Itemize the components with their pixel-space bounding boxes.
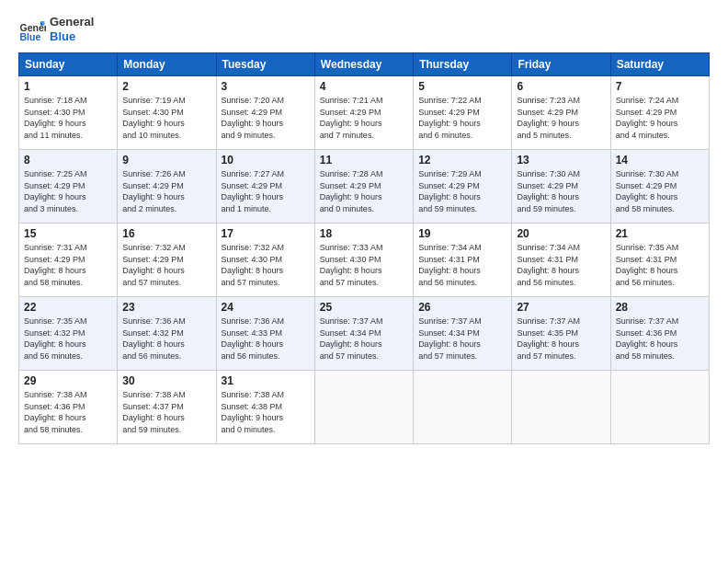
day-number: 26 bbox=[418, 301, 506, 314]
week-row-1: 1Sunrise: 7:18 AM Sunset: 4:30 PM Daylig… bbox=[19, 76, 710, 150]
day-info: Sunrise: 7:38 AM Sunset: 4:37 PM Dayligh… bbox=[122, 389, 210, 435]
day-number: 13 bbox=[517, 154, 605, 167]
day-info: Sunrise: 7:30 AM Sunset: 4:29 PM Dayligh… bbox=[517, 168, 605, 214]
day-number: 24 bbox=[222, 301, 310, 314]
day-number: 9 bbox=[122, 154, 210, 167]
day-info: Sunrise: 7:34 AM Sunset: 4:31 PM Dayligh… bbox=[517, 242, 605, 288]
calendar-cell: 22Sunrise: 7:35 AM Sunset: 4:32 PM Dayli… bbox=[19, 297, 118, 371]
day-info: Sunrise: 7:36 AM Sunset: 4:32 PM Dayligh… bbox=[122, 316, 210, 362]
logo: General Blue General Blue bbox=[18, 15, 94, 43]
calendar-page: General Blue General Blue SundayMondayTu… bbox=[0, 0, 728, 563]
day-info: Sunrise: 7:25 AM Sunset: 4:29 PM Dayligh… bbox=[24, 168, 112, 214]
day-number: 22 bbox=[24, 301, 112, 314]
day-info: Sunrise: 7:32 AM Sunset: 4:30 PM Dayligh… bbox=[222, 242, 310, 288]
day-info: Sunrise: 7:38 AM Sunset: 4:36 PM Dayligh… bbox=[24, 389, 112, 435]
calendar-body: 1Sunrise: 7:18 AM Sunset: 4:30 PM Daylig… bbox=[19, 76, 710, 444]
day-number: 10 bbox=[222, 154, 310, 167]
day-info: Sunrise: 7:29 AM Sunset: 4:29 PM Dayligh… bbox=[418, 168, 506, 214]
day-number: 15 bbox=[24, 227, 112, 240]
day-number: 17 bbox=[222, 227, 310, 240]
day-info: Sunrise: 7:35 AM Sunset: 4:32 PM Dayligh… bbox=[24, 316, 112, 362]
day-info: Sunrise: 7:21 AM Sunset: 4:29 PM Dayligh… bbox=[320, 95, 408, 141]
calendar-cell bbox=[512, 371, 610, 444]
calendar-cell: 24Sunrise: 7:36 AM Sunset: 4:33 PM Dayli… bbox=[216, 297, 314, 371]
calendar-cell: 14Sunrise: 7:30 AM Sunset: 4:29 PM Dayli… bbox=[610, 150, 709, 224]
week-row-2: 8Sunrise: 7:25 AM Sunset: 4:29 PM Daylig… bbox=[19, 150, 710, 224]
calendar-cell: 12Sunrise: 7:29 AM Sunset: 4:29 PM Dayli… bbox=[414, 150, 512, 224]
logo-general: General bbox=[50, 15, 94, 29]
calendar-cell: 21Sunrise: 7:35 AM Sunset: 4:31 PM Dayli… bbox=[610, 224, 709, 297]
day-number: 28 bbox=[616, 301, 704, 314]
day-info: Sunrise: 7:34 AM Sunset: 4:31 PM Dayligh… bbox=[418, 242, 506, 288]
calendar-cell: 8Sunrise: 7:25 AM Sunset: 4:29 PM Daylig… bbox=[19, 150, 118, 224]
week-row-3: 15Sunrise: 7:31 AM Sunset: 4:29 PM Dayli… bbox=[19, 224, 710, 297]
day-number: 29 bbox=[24, 374, 112, 387]
calendar-cell: 4Sunrise: 7:21 AM Sunset: 4:29 PM Daylig… bbox=[314, 76, 413, 150]
calendar-cell: 2Sunrise: 7:19 AM Sunset: 4:30 PM Daylig… bbox=[118, 76, 216, 150]
calendar-cell: 29Sunrise: 7:38 AM Sunset: 4:36 PM Dayli… bbox=[19, 371, 118, 444]
calendar-cell: 30Sunrise: 7:38 AM Sunset: 4:37 PM Dayli… bbox=[118, 371, 216, 444]
day-info: Sunrise: 7:33 AM Sunset: 4:30 PM Dayligh… bbox=[320, 242, 408, 288]
day-number: 14 bbox=[616, 154, 704, 167]
calendar-cell: 15Sunrise: 7:31 AM Sunset: 4:29 PM Dayli… bbox=[19, 224, 118, 297]
day-number: 8 bbox=[24, 154, 112, 167]
day-info: Sunrise: 7:37 AM Sunset: 4:34 PM Dayligh… bbox=[418, 316, 506, 362]
day-number: 6 bbox=[517, 80, 605, 93]
calendar-table: SundayMondayTuesdayWednesdayThursdayFrid… bbox=[18, 52, 710, 444]
calendar-cell bbox=[314, 371, 413, 444]
weekday-thursday: Thursday bbox=[414, 53, 512, 76]
calendar-cell: 11Sunrise: 7:28 AM Sunset: 4:29 PM Dayli… bbox=[314, 150, 413, 224]
day-info: Sunrise: 7:36 AM Sunset: 4:33 PM Dayligh… bbox=[222, 316, 310, 362]
calendar-cell: 27Sunrise: 7:37 AM Sunset: 4:35 PM Dayli… bbox=[512, 297, 610, 371]
calendar-cell: 16Sunrise: 7:32 AM Sunset: 4:29 PM Dayli… bbox=[118, 224, 216, 297]
day-info: Sunrise: 7:22 AM Sunset: 4:29 PM Dayligh… bbox=[418, 95, 506, 141]
weekday-header-row: SundayMondayTuesdayWednesdayThursdayFrid… bbox=[19, 53, 710, 76]
day-number: 2 bbox=[122, 80, 210, 93]
calendar-cell bbox=[610, 371, 709, 444]
day-number: 1 bbox=[24, 80, 112, 93]
logo-blue: Blue bbox=[50, 29, 94, 44]
day-number: 20 bbox=[517, 227, 605, 240]
day-number: 30 bbox=[122, 374, 210, 387]
calendar-cell: 10Sunrise: 7:27 AM Sunset: 4:29 PM Dayli… bbox=[216, 150, 314, 224]
week-row-5: 29Sunrise: 7:38 AM Sunset: 4:36 PM Dayli… bbox=[19, 371, 710, 444]
weekday-saturday: Saturday bbox=[610, 53, 709, 76]
day-number: 31 bbox=[222, 374, 310, 387]
calendar-cell: 7Sunrise: 7:24 AM Sunset: 4:29 PM Daylig… bbox=[610, 76, 709, 150]
weekday-wednesday: Wednesday bbox=[314, 53, 413, 76]
day-info: Sunrise: 7:37 AM Sunset: 4:35 PM Dayligh… bbox=[517, 316, 605, 362]
week-row-4: 22Sunrise: 7:35 AM Sunset: 4:32 PM Dayli… bbox=[19, 297, 710, 371]
calendar-cell: 9Sunrise: 7:26 AM Sunset: 4:29 PM Daylig… bbox=[118, 150, 216, 224]
calendar-cell: 19Sunrise: 7:34 AM Sunset: 4:31 PM Dayli… bbox=[414, 224, 512, 297]
day-info: Sunrise: 7:38 AM Sunset: 4:38 PM Dayligh… bbox=[222, 389, 310, 435]
header: General Blue General Blue bbox=[18, 15, 710, 43]
day-info: Sunrise: 7:20 AM Sunset: 4:29 PM Dayligh… bbox=[222, 95, 310, 141]
day-info: Sunrise: 7:32 AM Sunset: 4:29 PM Dayligh… bbox=[122, 242, 210, 288]
calendar-cell: 5Sunrise: 7:22 AM Sunset: 4:29 PM Daylig… bbox=[414, 76, 512, 150]
day-info: Sunrise: 7:19 AM Sunset: 4:30 PM Dayligh… bbox=[122, 95, 210, 141]
calendar-cell: 13Sunrise: 7:30 AM Sunset: 4:29 PM Dayli… bbox=[512, 150, 610, 224]
day-number: 25 bbox=[320, 301, 408, 314]
day-number: 4 bbox=[320, 80, 408, 93]
day-info: Sunrise: 7:35 AM Sunset: 4:31 PM Dayligh… bbox=[616, 242, 704, 288]
day-number: 16 bbox=[122, 227, 210, 240]
calendar-cell: 20Sunrise: 7:34 AM Sunset: 4:31 PM Dayli… bbox=[512, 224, 610, 297]
day-info: Sunrise: 7:18 AM Sunset: 4:30 PM Dayligh… bbox=[24, 95, 112, 141]
logo-icon: General Blue bbox=[18, 16, 46, 43]
svg-text:Blue: Blue bbox=[20, 31, 41, 42]
day-number: 19 bbox=[418, 227, 506, 240]
day-info: Sunrise: 7:26 AM Sunset: 4:29 PM Dayligh… bbox=[122, 168, 210, 214]
day-number: 12 bbox=[418, 154, 506, 167]
day-number: 5 bbox=[418, 80, 506, 93]
calendar-cell bbox=[414, 371, 512, 444]
day-info: Sunrise: 7:30 AM Sunset: 4:29 PM Dayligh… bbox=[616, 168, 704, 214]
day-number: 21 bbox=[616, 227, 704, 240]
weekday-friday: Friday bbox=[512, 53, 610, 76]
calendar-cell: 6Sunrise: 7:23 AM Sunset: 4:29 PM Daylig… bbox=[512, 76, 610, 150]
day-number: 7 bbox=[616, 80, 704, 93]
day-number: 11 bbox=[320, 154, 408, 167]
day-number: 18 bbox=[320, 227, 408, 240]
day-info: Sunrise: 7:37 AM Sunset: 4:34 PM Dayligh… bbox=[320, 316, 408, 362]
weekday-sunday: Sunday bbox=[19, 53, 118, 76]
day-info: Sunrise: 7:27 AM Sunset: 4:29 PM Dayligh… bbox=[222, 168, 310, 214]
